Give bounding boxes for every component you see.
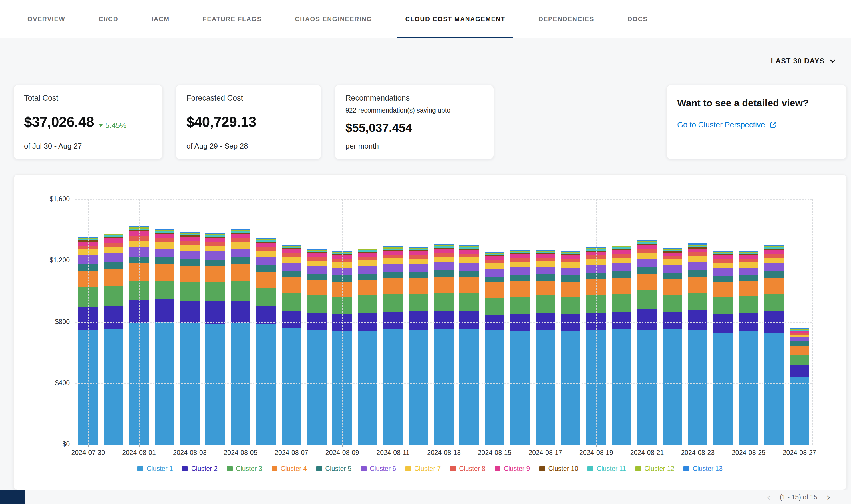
bar-segment-cluster-4 <box>155 264 174 281</box>
bar-segment-cluster-3 <box>155 281 174 300</box>
bar-segment-cluster-3 <box>663 294 682 312</box>
pagination-bar: ‹ (1 - 15) of 15 › <box>0 490 851 504</box>
y-axis-tick-label: $1,600 <box>14 195 70 202</box>
bar-segment-cluster-3 <box>206 283 225 301</box>
bar-segment-cluster-2 <box>256 306 275 324</box>
legend-label-cluster-7: Cluster 7 <box>414 465 441 472</box>
recommendations-card: Recommendations 922 recommendation(s) sa… <box>334 85 494 159</box>
bar-segment-cluster-8 <box>155 238 174 242</box>
trend-down-icon <box>98 124 103 127</box>
legend-item-cluster-10[interactable]: Cluster 10 <box>539 465 578 472</box>
legend-item-cluster-13[interactable]: Cluster 13 <box>683 465 723 472</box>
bar-segment-cluster-5 <box>307 274 326 280</box>
bar-segment-cluster-2 <box>713 314 733 334</box>
bar-segment-cluster-5 <box>561 275 580 282</box>
bar-segment-cluster-3 <box>561 297 580 314</box>
bar-segment-cluster-9 <box>713 255 733 259</box>
tab-cloud-cost-management[interactable]: CLOUD COST MANAGEMENT <box>405 0 505 38</box>
legend-label-cluster-4: Cluster 4 <box>280 465 307 472</box>
legend-item-cluster-8[interactable]: Cluster 8 <box>450 465 485 472</box>
bar-segment-cluster-1 <box>561 330 580 445</box>
legend-item-cluster-9[interactable]: Cluster 9 <box>494 465 530 472</box>
bar-segment-cluster-6 <box>459 263 479 271</box>
bar-segment-cluster-4 <box>663 279 682 294</box>
legend-item-cluster-12[interactable]: Cluster 12 <box>635 465 674 472</box>
tab-docs[interactable]: DOCS <box>627 0 648 38</box>
page-next-button[interactable]: › <box>827 492 830 502</box>
bar-segment-cluster-4 <box>206 267 225 283</box>
recommendations-title: Recommendations <box>345 94 483 102</box>
x-axis-tick-label: 2024-08-11 <box>376 449 410 456</box>
bar-segment-cluster-6 <box>663 265 682 273</box>
y-axis-tick-label: $400 <box>14 379 70 386</box>
bar-segment-cluster-4 <box>459 277 479 293</box>
bar-segment-cluster-7 <box>663 259 682 265</box>
legend-label-cluster-6: Cluster 6 <box>370 465 396 472</box>
legend-swatch-cluster-3 <box>227 466 232 471</box>
bar-segment-cluster-6 <box>561 268 580 275</box>
bar-segment-cluster-5 <box>104 262 123 269</box>
bar-segment-cluster-9 <box>104 238 123 242</box>
x-axis-tick-label: 2024-08-25 <box>732 449 765 456</box>
ccm-dashboard: OVERVIEWCI/CDIACMFEATURE FLAGSCHAOS ENGI… <box>0 0 851 504</box>
bar-segment-cluster-1 <box>663 329 682 445</box>
recommendations-value: $55,037.454 <box>345 121 483 134</box>
recommendations-suffix: per month <box>345 142 483 150</box>
legend-item-cluster-7[interactable]: Cluster 7 <box>405 465 441 472</box>
forecasted-cost-card: Forecasted Cost $40,729.13 of Aug 29 - S… <box>176 85 322 159</box>
legend-label-cluster-1: Cluster 1 <box>147 465 173 472</box>
total-cost-delta-value: 5.45% <box>105 121 126 130</box>
bar-segment-cluster-6 <box>155 248 174 257</box>
bar-segment-cluster-8 <box>104 242 123 247</box>
bar-segment-cluster-5 <box>256 265 275 272</box>
legend-label-cluster-3: Cluster 3 <box>236 465 262 472</box>
legend-item-cluster-4[interactable]: Cluster 4 <box>271 465 307 472</box>
bar-segment-cluster-5 <box>510 275 529 281</box>
bar-segment-cluster-7 <box>561 262 580 268</box>
x-axis-tick-label: 2024-08-23 <box>681 449 715 456</box>
bar-segment-cluster-4 <box>358 280 377 295</box>
x-axis-tick-label: 2024-08-01 <box>122 449 156 456</box>
v-gridline <box>444 199 445 445</box>
date-range-dropdown[interactable]: LAST 30 DAYS <box>771 57 836 65</box>
bar-segment-cluster-4 <box>510 281 529 296</box>
tab-iacm[interactable]: IACM <box>152 0 170 38</box>
nav-footer-corner <box>0 490 25 504</box>
tab-feature-flags[interactable]: FEATURE FLAGS <box>203 0 262 38</box>
legend-item-cluster-6[interactable]: Cluster 6 <box>361 465 396 472</box>
x-axis-tick-label: 2024-08-09 <box>326 449 359 456</box>
bar-segment-cluster-5 <box>459 271 479 277</box>
bar-segment-cluster-4 <box>256 272 275 288</box>
legend-item-cluster-3[interactable]: Cluster 3 <box>227 465 262 472</box>
page-previous-button[interactable]: ‹ <box>767 492 771 502</box>
tab-chaos-engineering[interactable]: CHAOS ENGINEERING <box>295 0 372 38</box>
chart-legend: Cluster 1Cluster 2Cluster 3Cluster 4Clus… <box>14 465 847 472</box>
x-axis-tick-label: 2024-08-03 <box>173 449 207 456</box>
bar-segment-cluster-1 <box>206 324 225 445</box>
bar-segment-cluster-6 <box>510 267 529 275</box>
bar-segment-cluster-8 <box>612 254 631 258</box>
module-tabs: OVERVIEWCI/CDIACMFEATURE FLAGSCHAOS ENGI… <box>0 0 851 38</box>
v-gridline <box>647 199 648 445</box>
legend-swatch-cluster-10 <box>539 466 545 471</box>
legend-label-cluster-5: Cluster 5 <box>325 465 351 472</box>
chevron-down-icon <box>829 58 836 65</box>
legend-item-cluster-11[interactable]: Cluster 11 <box>587 465 626 472</box>
tab-overview[interactable]: OVERVIEW <box>28 0 66 38</box>
bar-segment-cluster-2 <box>307 313 326 330</box>
legend-item-cluster-5[interactable]: Cluster 5 <box>316 465 351 472</box>
tab-ci-cd[interactable]: CI/CD <box>99 0 118 38</box>
bar-segment-cluster-1 <box>459 329 479 445</box>
bar-segment-cluster-7 <box>307 260 326 266</box>
legend-item-cluster-2[interactable]: Cluster 2 <box>182 465 218 472</box>
v-gridline <box>698 199 698 445</box>
bar-segment-cluster-7 <box>459 257 479 263</box>
x-axis-tick-label: 2024-07-30 <box>71 449 105 456</box>
tab-dependencies[interactable]: DEPENDENCIES <box>538 0 594 38</box>
cluster-perspective-link[interactable]: Go to Cluster Perspective <box>677 121 836 129</box>
bar-segment-cluster-6 <box>307 266 326 274</box>
bar-segment-cluster-2 <box>459 310 479 329</box>
bar-segment-cluster-8 <box>409 255 428 258</box>
legend-swatch-cluster-13 <box>683 466 689 471</box>
legend-item-cluster-1[interactable]: Cluster 1 <box>138 465 173 472</box>
